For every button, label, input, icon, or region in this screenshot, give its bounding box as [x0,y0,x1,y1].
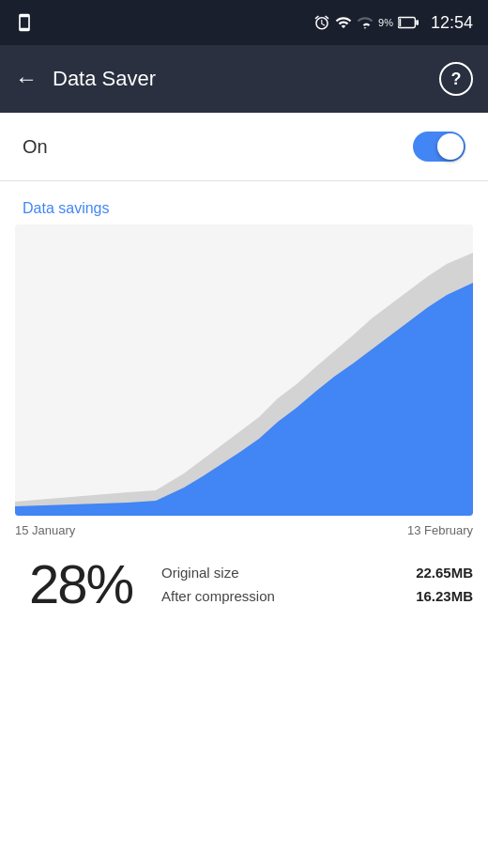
signal-icon [357,14,374,31]
after-compression-label: After compression [161,588,275,604]
battery-icon [398,16,419,29]
svg-rect-1 [399,19,401,26]
section-title: Data savings [0,181,488,225]
page-title: Data Saver [53,67,424,91]
toggle-row: On [0,113,488,181]
original-size-row: Original size 22.65MB [161,565,473,581]
date-labels: 15 January 13 February [0,516,488,541]
wifi-icon [335,14,352,31]
percentage-block: 28% [15,552,146,615]
help-button[interactable]: ? [439,62,473,96]
after-compression-value: 16.23MB [416,588,473,604]
date-end: 13 February [407,523,473,537]
toggle-switch[interactable] [413,132,465,162]
svg-rect-2 [416,20,419,25]
toggle-knob [437,133,464,160]
status-icons: 9% 12:54 [313,13,473,33]
alarm-icon [313,14,330,31]
chart-container [15,225,473,516]
header: ← Data Saver ? [0,45,488,113]
date-start: 15 January [15,523,75,537]
status-bar: 9% 12:54 [0,0,488,45]
back-button[interactable]: ← [15,66,38,92]
after-compression-row: After compression 16.23MB [161,588,473,604]
original-size-value: 22.65MB [416,565,473,581]
stats-details: Original size 22.65MB After compression … [161,565,473,604]
battery-level: 9% [378,17,393,28]
status-time: 12:54 [431,13,473,33]
savings-percentage: 28% [29,552,132,615]
original-size-label: Original size [161,565,239,581]
toggle-label: On [23,136,48,158]
data-chart [15,225,473,516]
status-bar-left [15,13,308,32]
stats-row: 28% Original size 22.65MB After compress… [0,541,488,627]
device-icon [15,13,34,32]
